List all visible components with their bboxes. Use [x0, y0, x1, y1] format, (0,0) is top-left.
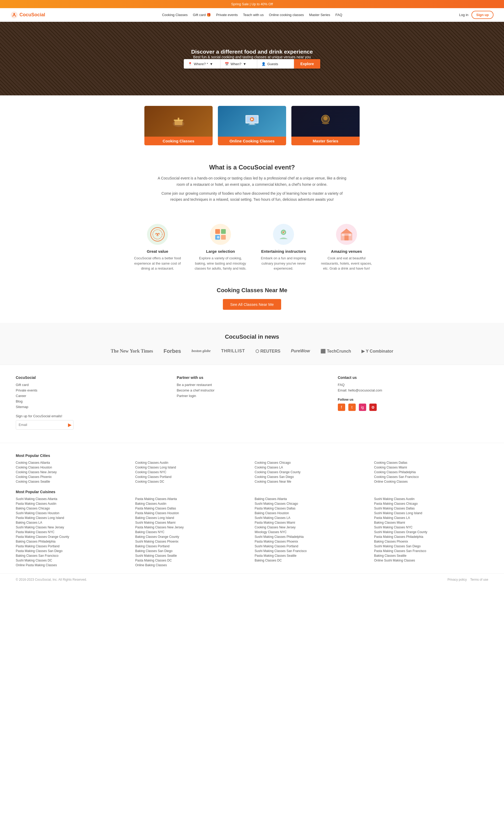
- category-master-series[interactable]: Master Series: [291, 106, 360, 145]
- nav-online-classes[interactable]: Online cooking classes: [269, 13, 304, 17]
- nav-teach[interactable]: Teach with us: [243, 13, 264, 17]
- nav-master-series[interactable]: Master Series: [309, 13, 330, 17]
- instagram-icon[interactable]: ig: [359, 404, 366, 411]
- cuisine-link[interactable]: Sushi Making Classes NYC: [374, 526, 488, 529]
- city-link[interactable]: Cooking Classes Long Island: [135, 466, 249, 469]
- cuisine-link[interactable]: Pasta Making Classes Houston: [135, 511, 249, 515]
- category-online-cooking[interactable]: Online Cooking Classes: [218, 106, 286, 145]
- cuisine-link[interactable]: Sushi Making Classes Orange County: [374, 530, 488, 534]
- cuisine-link[interactable]: Baking Classes San Diego: [135, 549, 249, 553]
- cuisine-link[interactable]: Sushi Making Classes Miami: [135, 521, 249, 525]
- cuisine-link[interactable]: Pasta Making Classes Orange County: [16, 535, 130, 538]
- nav-cooking-classes[interactable]: Cooking Classes: [162, 13, 188, 17]
- when-field[interactable]: 📅 When? ▼: [220, 59, 257, 69]
- footer-link-career[interactable]: Career: [16, 394, 166, 398]
- cuisine-link[interactable]: Baking Classes LA: [16, 521, 130, 525]
- cuisine-link[interactable]: Baking Classes NYC: [135, 530, 249, 534]
- nav-private-events[interactable]: Private events: [216, 13, 237, 17]
- cuisine-link[interactable]: Pasta Making Classes Miami: [255, 521, 369, 525]
- facebook-icon[interactable]: f: [338, 404, 345, 411]
- cuisine-link[interactable]: Pasta Making Classes Portland: [16, 544, 130, 548]
- city-link[interactable]: Cooking Classes LA: [255, 466, 369, 469]
- cuisine-link[interactable]: Pasta Making Classes New Jersey: [135, 526, 249, 529]
- footer-link-private-events[interactable]: Private events: [16, 388, 166, 392]
- city-link[interactable]: Cooking Classes NYC: [135, 470, 249, 474]
- footer-link-blog[interactable]: Blog: [16, 399, 166, 403]
- cuisine-link[interactable]: Pasta Making Classes Long Island: [16, 516, 130, 520]
- city-link[interactable]: Cooking Classes Atlanta: [16, 461, 130, 465]
- terms-of-use-link[interactable]: Terms of use: [470, 578, 488, 581]
- cuisine-link[interactable]: Baking Classes Atlanta: [255, 497, 369, 501]
- category-cooking-classes[interactable]: Cooking Classes: [144, 106, 213, 145]
- twitter-icon[interactable]: t: [348, 404, 356, 411]
- nav-gift-card[interactable]: Gift card 🎁: [193, 13, 211, 17]
- cuisine-link[interactable]: Sushi Making Classes Phoenix: [135, 540, 249, 543]
- cuisine-link[interactable]: Pasta Making Classes Austin: [16, 502, 130, 505]
- city-link[interactable]: Cooking Classes Seattle: [16, 480, 130, 483]
- cuisine-link[interactable]: Sushi Making Classes LA: [255, 516, 369, 520]
- cuisine-link[interactable]: Sushi Making Classes Chicago: [255, 502, 369, 505]
- where-field[interactable]: 📍 Where? * ▼: [184, 59, 220, 69]
- cuisine-link[interactable]: Baking Classes Austin: [135, 502, 249, 505]
- cuisine-link[interactable]: Pasta Making Classes Seattle: [255, 554, 369, 558]
- city-link[interactable]: Cooking Classes Near Me: [255, 480, 369, 483]
- cuisine-link[interactable]: Pasta Making Classes Atlanta: [135, 497, 249, 501]
- email-send-button[interactable]: ▶: [65, 421, 73, 429]
- cuisine-link[interactable]: Pasta Making Classes Philadelphia: [374, 535, 488, 538]
- city-link[interactable]: Online Cooking Classes: [374, 480, 488, 483]
- footer-partner-restaurant[interactable]: Be a partner restaurant: [177, 383, 327, 387]
- cuisine-link[interactable]: Sushi Making Classes Long Island: [374, 511, 488, 515]
- privacy-policy-link[interactable]: Privacy policy: [448, 578, 467, 581]
- cuisine-link[interactable]: Sushi Making Classes San Diego: [374, 544, 488, 548]
- cuisine-link[interactable]: Sushi Making Classes Austin: [374, 497, 488, 501]
- cuisine-link[interactable]: Baking Classes Portland: [135, 544, 249, 548]
- cuisine-link[interactable]: Baking Classes San Francisco: [16, 554, 130, 558]
- cuisine-link[interactable]: Baking Classes Long Island: [135, 516, 249, 520]
- city-link[interactable]: Cooking Classes DC: [135, 480, 249, 483]
- city-link[interactable]: Cooking Classes San Francisco: [374, 475, 488, 479]
- cuisine-link[interactable]: Pasta Making Classes Phoenix: [255, 540, 369, 543]
- cuisine-link[interactable]: Baking Classes DC: [255, 559, 369, 562]
- cuisine-link[interactable]: Sushi Making Classes Philadelphia: [255, 535, 369, 538]
- cuisine-link[interactable]: Pasta Making Classes DC: [135, 559, 249, 562]
- city-link[interactable]: Cooking Classes Dallas: [374, 461, 488, 465]
- cuisine-link[interactable]: Sushi Making Classes Atlanta: [16, 497, 130, 501]
- city-link[interactable]: Cooking Classes Portland: [135, 475, 249, 479]
- cuisine-link[interactable]: Baking Classes Orange County: [135, 535, 249, 538]
- nav-faq[interactable]: FAQ: [336, 13, 342, 17]
- cuisine-link[interactable]: Pasta Making Classes San Francisco: [374, 549, 488, 553]
- cuisine-link[interactable]: Sushi Making Classes Dallas: [374, 507, 488, 510]
- city-link[interactable]: Cooking Classes Houston: [16, 466, 130, 469]
- city-link[interactable]: Cooking Classes Chicago: [255, 461, 369, 465]
- cuisine-link[interactable]: Baking Classes Miami: [374, 521, 488, 525]
- cuisine-link[interactable]: Baking Classes Philadelphia: [16, 540, 130, 543]
- cuisine-link[interactable]: Sushi Making Classes Seattle: [135, 554, 249, 558]
- cuisine-link[interactable]: Sushi Making Classes San Francisco: [255, 549, 369, 553]
- cuisine-link[interactable]: Sushi Making Classes New Jersey: [16, 526, 130, 529]
- city-link[interactable]: Cooking Classes Phoenix: [16, 475, 130, 479]
- cuisine-link[interactable]: Baking Classes Seattle: [374, 554, 488, 558]
- logo[interactable]: CocuSocial: [11, 11, 45, 19]
- city-link[interactable]: Cooking Classes San Diego: [255, 475, 369, 479]
- cuisine-link[interactable]: Baking Classes Houston: [255, 511, 369, 515]
- footer-link-gift-card[interactable]: Gift card: [16, 383, 166, 387]
- footer-partner-chef[interactable]: Become a chef instructor: [177, 388, 327, 392]
- city-link[interactable]: Cooking Classes Austin: [135, 461, 249, 465]
- city-link[interactable]: Cooking Classes Philadelphia: [374, 470, 488, 474]
- cuisine-link[interactable]: Baking Classes Phoenix: [374, 540, 488, 543]
- cuisine-link[interactable]: Online Sushi Making Classes: [374, 559, 488, 562]
- cuisine-link[interactable]: Sushi Making Classes DC: [16, 559, 130, 562]
- footer-link-sitemap[interactable]: Sitemap: [16, 405, 166, 409]
- city-link[interactable]: Cooking Classes New Jersey: [16, 470, 130, 474]
- explore-button[interactable]: Explore: [294, 59, 320, 69]
- footer-partner-login[interactable]: Partner login: [177, 394, 327, 398]
- cuisine-link[interactable]: Pasta Making Classes NYC: [16, 530, 130, 534]
- signup-button[interactable]: Sign up: [471, 11, 493, 19]
- cuisine-link[interactable]: Pasta Making Classes Dallas: [255, 507, 369, 510]
- guests-field[interactable]: 👤 Guests: [257, 59, 294, 69]
- cuisine-link[interactable]: Cooking Classes New Jersey: [255, 526, 369, 529]
- cuisine-link[interactable]: Pasta Making Classes Chicago: [374, 502, 488, 505]
- city-link[interactable]: Cooking Classes Orange County: [255, 470, 369, 474]
- cuisine-link[interactable]: Pasta Making Classes Dallas: [135, 507, 249, 510]
- footer-faq-link[interactable]: FAQ: [338, 383, 488, 387]
